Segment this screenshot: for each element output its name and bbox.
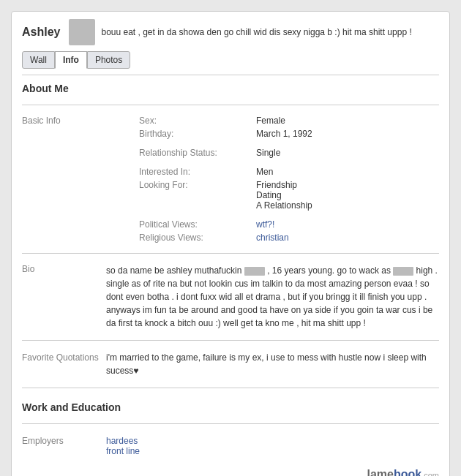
birthday-label: Birthday:	[139, 129, 256, 139]
bio-section: Bio so da name be ashley muthafuckin , 1…	[12, 260, 449, 334]
looking-val-1: Dating	[256, 190, 312, 200]
basic-info-spacer	[22, 129, 139, 139]
work-section-title: Work and Education	[12, 394, 449, 418]
rel-spacer	[22, 148, 139, 158]
sex-value: Female	[256, 116, 285, 126]
looking-values: Friendship Dating A Relationship	[256, 180, 312, 211]
employer-position[interactable]: front line	[106, 446, 140, 456]
interested-row: Interested In: Men	[22, 165, 439, 178]
quotes-text: i'm married to the game, failure is my e…	[106, 351, 439, 377]
birthday-row: Birthday: March 1, 1992	[22, 127, 439, 140]
tabs-bar: Wall Info Photos	[12, 51, 449, 69]
quotes-section: Favorite Quotations i'm married to the g…	[12, 347, 449, 382]
bio-text: so da name be ashley muthafuckin , 16 ye…	[106, 264, 439, 330]
relationship-label: Relationship Status:	[139, 148, 256, 158]
bio-part1: so da name be ashley muthafuckin	[106, 265, 241, 276]
profile-status: bouu eat , get in da showa den go chill …	[101, 27, 439, 37]
employer-values: hardees front line	[106, 436, 140, 456]
bio-redact-2	[393, 267, 413, 276]
basic-info-table: Basic Info Sex: Female Birthday: March 1…	[12, 111, 449, 247]
political-spacer	[22, 219, 139, 230]
looking-row: Looking For: Friendship Dating A Relatio…	[22, 178, 439, 212]
employer-name[interactable]: hardees	[106, 436, 140, 446]
religious-label: Religious Views:	[139, 233, 256, 243]
bio-redact-1	[244, 267, 265, 276]
profile-header: Ashley bouu eat , get in da showa den go…	[12, 12, 449, 51]
birthday-value: March 1, 1992	[256, 129, 312, 139]
religious-row: Religious Views: christian	[22, 231, 439, 244]
interested-label: Interested In:	[139, 167, 256, 177]
brand-com: .com	[421, 471, 439, 476]
avatar	[69, 19, 95, 45]
interested-value: Men	[256, 167, 273, 177]
about-section-divider	[22, 105, 439, 105]
tab-info[interactable]: Info	[55, 51, 87, 69]
political-value[interactable]: wtf?!	[256, 219, 274, 230]
footer-brand: lamebook.com	[12, 462, 449, 476]
quotes-label: Favorite Quotations	[22, 351, 106, 377]
employers-label: Employers	[22, 436, 106, 456]
work-divider	[22, 388, 439, 388]
work-section: Employers hardees front line	[12, 430, 449, 462]
looking-val-2: A Relationship	[256, 200, 312, 211]
quotes-divider	[22, 340, 439, 341]
relationship-row: Relationship Status: Single	[22, 146, 439, 159]
religious-value[interactable]: christian	[256, 233, 289, 243]
looking-label: Looking For:	[139, 180, 256, 190]
bio-label: Bio	[22, 264, 106, 330]
tab-wall[interactable]: Wall	[22, 51, 55, 69]
interested-spacer	[22, 167, 139, 177]
brand-book: book	[394, 468, 421, 476]
religious-spacer	[22, 233, 139, 243]
profile-name: Ashley	[22, 26, 60, 39]
tab-photos[interactable]: Photos	[87, 51, 130, 69]
work-inner-divider	[22, 423, 439, 424]
sex-label: Sex:	[139, 116, 256, 126]
bio-part2: , 16 years young. go to wack as	[267, 265, 391, 276]
basic-info-main-label: Basic Info	[22, 116, 139, 126]
looking-val-0: Friendship	[256, 180, 312, 190]
employers-row: Employers hardees front line	[22, 434, 439, 458]
relationship-value: Single	[256, 148, 280, 158]
brand-lame: lame	[367, 468, 393, 476]
sex-row: Basic Info Sex: Female	[22, 114, 439, 127]
bio-divider	[22, 253, 439, 254]
profile-page: Ashley bouu eat , get in da showa den go…	[11, 11, 450, 476]
about-me-title: About Me	[12, 75, 449, 99]
political-label: Political Views:	[139, 219, 256, 230]
political-row: Political Views: wtf?!	[22, 218, 439, 231]
